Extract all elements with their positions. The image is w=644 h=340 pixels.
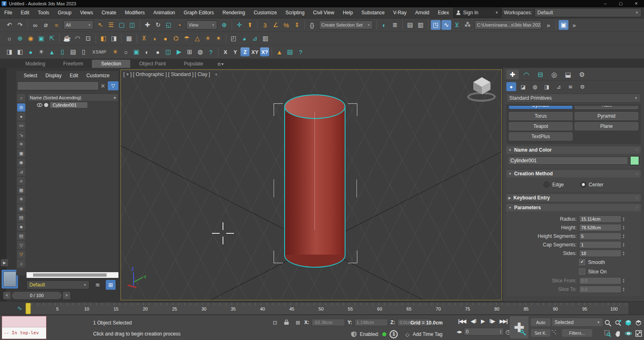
cone-primitive-icon[interactable]: ⊼ — [139, 34, 149, 43]
snaps-toggle-icon[interactable]: 3 — [260, 20, 270, 30]
view-cube[interactable] — [467, 76, 497, 103]
tree-icon[interactable]: ▲ — [47, 47, 57, 57]
create-tab-icon[interactable]: ✚ — [506, 69, 519, 79]
video-camera-icon[interactable]: ▦ — [124, 34, 134, 43]
key-selection-dropdown[interactable]: Selected▼ — [552, 318, 603, 326]
constraint-query-button[interactable]: X? — [260, 47, 269, 56]
use-pivot-point-center-icon[interactable]: ⊕ — [219, 20, 229, 30]
active-swatch-button[interactable] — [2, 270, 18, 289]
teapot-small-icon[interactable]: ◍ — [195, 47, 205, 57]
toggle-scene-explorer-icon[interactable]: ▤ — [405, 20, 415, 30]
select-object-icon[interactable]: ↖ — [96, 20, 105, 30]
parameter-value-field[interactable]: 15.114cm — [579, 215, 622, 223]
offset-mode-icon[interactable]: ⇱ — [47, 34, 57, 43]
explorer-display-none-icon[interactable]: ○ — [17, 94, 25, 102]
add-camera-icon[interactable]: ◧ — [15, 47, 25, 57]
object-color-swatch[interactable] — [630, 156, 639, 165]
use-selection-center-icon[interactable]: ⊕ — [15, 34, 25, 43]
layers-stack-icon[interactable]: ≋ — [93, 280, 103, 290]
timeline-track[interactable]: 0510152025303540455055606570758085909510… — [25, 302, 629, 315]
visibility-eye-icon[interactable] — [37, 103, 42, 107]
primitive-button-cylinder[interactable]: Cylinder — [509, 106, 573, 109]
project-folder-dropdown[interactable]: C:\Users\raana...s\3ds Max 2023▼ — [475, 20, 541, 29]
keyboard-shortcut-override-icon[interactable]: ⬆ — [245, 20, 255, 30]
primitive-button-teapot[interactable]: Teapot — [509, 122, 573, 130]
menu-tools[interactable]: Tools — [33, 7, 53, 18]
unlink-selection-icon[interactable]: ⌀ — [41, 20, 51, 30]
notes-icon[interactable]: ▤ — [285, 47, 295, 57]
spinner-arrows-icon[interactable]: ▲▼ — [622, 217, 625, 221]
mini-curve-editor-icon[interactable]: ∿ — [15, 304, 25, 313]
auto-key-button[interactable]: Auto — [531, 318, 550, 326]
motion-tab-icon[interactable]: ◎ — [548, 69, 560, 79]
photo-stack-icon[interactable]: ▣ — [131, 47, 141, 57]
explorer-containers-icon[interactable]: ▦ — [17, 186, 25, 194]
shapes-category-icon[interactable]: ◪ — [518, 82, 528, 91]
dome-icon[interactable]: ◠ — [73, 34, 82, 43]
spinner-snap-toggle-icon[interactable]: ⇕ — [292, 20, 302, 30]
percent-snap-toggle-icon[interactable]: % — [281, 20, 291, 30]
zoom-icon[interactable] — [603, 318, 613, 328]
explorer-object-row[interactable]: Cylinder001 — [28, 101, 118, 109]
rollout-grip-icon[interactable]: ∷ — [636, 148, 639, 152]
more-tools-chevron-icon[interactable]: » — [544, 20, 553, 30]
explorer-container-icon[interactable]: ⌂ — [17, 259, 25, 268]
add-time-tag-label[interactable]: Add Time Tag — [412, 331, 442, 337]
explorer-helpers-icon[interactable]: ≋ — [17, 140, 25, 148]
spinner-down-icon[interactable]: ▼ — [622, 236, 625, 239]
sphere-primitive-icon[interactable]: ● — [160, 34, 170, 43]
autogrid-teapot-icon[interactable]: ☕ — [62, 34, 72, 43]
spinner-down-icon[interactable]: ▼ — [622, 219, 625, 221]
menu-scripting[interactable]: Scripting — [281, 7, 309, 18]
window-toggle-icon[interactable]: ◫ — [163, 47, 173, 57]
key-filters-button[interactable]: Filters... — [562, 329, 592, 337]
explorer-search-input[interactable] — [17, 81, 99, 90]
menu-animation[interactable]: Animation — [149, 7, 179, 18]
explorer-bones-icon[interactable]: ≡ — [17, 177, 25, 185]
creation-method-edge[interactable]: Edge — [544, 181, 564, 188]
menu-graph-editors[interactable]: Graph Editors — [179, 7, 218, 18]
spacewarps-category-icon[interactable]: ≋ — [566, 82, 575, 91]
daylight-icon[interactable]: ☀ — [203, 34, 213, 43]
material-editor-icon[interactable]: ⁂ — [463, 20, 472, 30]
active-layer-dropdown[interactable]: Default ▼ — [27, 280, 89, 289]
primitive-button-textplus[interactable]: TextPlus — [509, 132, 573, 141]
sign-in-dropdown[interactable]: Sign In ▼ — [453, 8, 501, 18]
helpers-category-icon[interactable]: ⊿ — [554, 82, 564, 91]
notification-badge[interactable]: 1 — [390, 330, 398, 338]
starburst-icon[interactable]: ✶ — [214, 34, 223, 43]
constraint-z-button[interactable]: Z — [241, 47, 250, 56]
panel-grid-icon[interactable]: ▥ — [261, 34, 270, 43]
explorer-spacewarps-icon[interactable]: ▣ — [17, 149, 25, 157]
scrollbar-thumb[interactable] — [33, 273, 107, 277]
rollout-grip-icon[interactable]: ∷ — [636, 196, 639, 200]
constraint-xy-button[interactable]: XY — [250, 47, 259, 56]
light-list-icon[interactable]: ◧ — [98, 34, 108, 43]
explorer-sort-icon[interactable]: ▤ — [17, 232, 25, 240]
toggle-layer-explorer-icon[interactable]: ▥ — [416, 20, 426, 30]
enabled-status-dot[interactable] — [382, 332, 386, 336]
explorer-menu-customize[interactable]: Customize — [86, 73, 109, 78]
select-and-manipulate-icon[interactable]: ✛ — [234, 20, 244, 30]
rollout-grip-icon[interactable]: ∷ — [636, 172, 639, 176]
parameter-value-field[interactable]: 18 — [579, 250, 622, 257]
explorer-shapes-icon[interactable]: ● — [17, 112, 25, 121]
menu-help[interactable]: Help — [339, 7, 357, 18]
orbit-icon[interactable] — [623, 328, 633, 339]
toggle-ribbon-icon[interactable]: ◳ — [431, 20, 441, 30]
sunlight-icon[interactable]: ☀ — [36, 47, 46, 57]
explorer-filter-collapse-icon[interactable]: ▽ — [17, 241, 25, 249]
macro-recorder-pane[interactable] — [2, 316, 46, 327]
rollout-header-name-color[interactable]: ▼ Name and Color ∷ — [506, 146, 641, 154]
scene-explorer-toggle-icon[interactable]: ⊞ — [106, 280, 116, 290]
listener-pane[interactable]: -- In top-lev — [2, 327, 46, 339]
checkbox-slice-on[interactable] — [579, 268, 585, 275]
edit-working-pivot-icon[interactable]: ▣ — [36, 34, 46, 43]
primitive-button-plane[interactable]: Plane — [575, 122, 638, 130]
go-to-start-button[interactable]: |◀◀ — [457, 318, 468, 325]
explorer-objects-icon[interactable]: ■ — [17, 223, 25, 231]
y-coord-field[interactable]: 1.198cm — [354, 319, 388, 326]
menu-edit[interactable]: Edit — [16, 7, 33, 18]
spinner-arrows-icon[interactable]: ▲▼ — [622, 242, 625, 247]
set-keys-button[interactable]: ✚ — [510, 316, 528, 338]
